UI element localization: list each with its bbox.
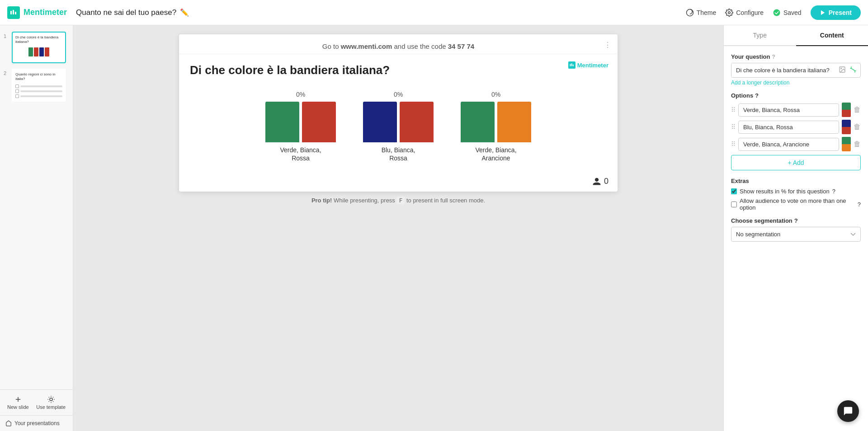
menti-logo-icon — [568, 61, 576, 69]
right-panel-tabs: Type Content — [724, 25, 868, 46]
configure-label: Configure — [736, 9, 764, 16]
question-input-row — [731, 63, 861, 78]
audience-count: 0 — [592, 177, 609, 186]
slide-thumb-bars-1 — [15, 47, 62, 56]
theme-label: Theme — [697, 9, 717, 16]
chart-bars-1 — [265, 102, 336, 142]
slide-menti-logo: Mentimeter — [568, 61, 609, 69]
svg-marker-5 — [821, 10, 825, 15]
allow-vote-help-icon[interactable]: ? — [858, 201, 861, 208]
presentation-title[interactable]: Quanto ne sai del tuo paese? — [76, 8, 176, 17]
edit-title-icon[interactable]: ✏️ — [180, 8, 189, 17]
main-layout: 1 Di che colore è la bandiera italiana? … — [0, 25, 868, 431]
option-drag-2[interactable]: ⠿ — [731, 123, 736, 131]
new-slide-label: New slide — [7, 404, 29, 410]
left-sidebar: 1 Di che colore è la bandiera italiana? … — [0, 25, 73, 431]
question-crop-button[interactable] — [849, 65, 858, 75]
options-list: ⠿ 🗑 ⠿ 🗑 — [731, 103, 861, 151]
option-input-1[interactable] — [738, 103, 839, 117]
add-description-link[interactable]: Add a longer description — [731, 80, 861, 86]
tab-content[interactable]: Content — [796, 25, 868, 46]
protip-prefix: Pro tip! — [311, 197, 332, 204]
svg-rect-2 — [15, 12, 16, 14]
option-color-swatch-3[interactable] — [842, 137, 851, 151]
question-image-button[interactable] — [838, 65, 847, 75]
options-help-icon[interactable]: ? — [755, 92, 759, 99]
slide-footer: 0 — [179, 171, 618, 192]
menti-url: www.menti.com — [341, 42, 392, 50]
option-drag-3[interactable]: ⠿ — [731, 141, 736, 148]
topnav: Mentimeter Quanto ne sai del tuo paese? … — [0, 0, 868, 25]
chart-label-1: Verde, Bianca,Rossa — [280, 146, 321, 162]
chart-pct-1: 0% — [296, 91, 305, 98]
slide-thumb-2[interactable]: Quanto regioni ci sono in Italia? — [12, 69, 66, 102]
slide-number-2: 2 — [4, 70, 9, 76]
chart-bars-2 — [363, 102, 434, 142]
slide-question: Di che colore è la bandiera italiana? — [179, 54, 618, 77]
option-delete-3[interactable]: 🗑 — [854, 140, 861, 148]
segmentation-select[interactable]: No segmentation — [731, 227, 861, 242]
svg-point-4 — [773, 9, 780, 16]
protip-text: While presenting, press — [334, 197, 395, 204]
chart-group-2: 0% Blu, Bianca,Rossa — [363, 91, 434, 162]
segmentation-title: Choose segmentation ? — [731, 217, 861, 224]
chart-bar — [363, 102, 397, 142]
menti-logo-text: Mentimeter — [577, 62, 609, 69]
new-slide-button[interactable]: New slide — [4, 394, 33, 412]
show-results-checkbox[interactable] — [731, 188, 737, 194]
svg-rect-0 — [10, 11, 12, 14]
chart-label-3: Verde, Bianca,Arancione — [475, 146, 516, 162]
svg-point-8 — [50, 398, 52, 401]
show-results-label: Show results in % for this question — [740, 188, 830, 195]
option-color-swatch-2[interactable] — [842, 120, 851, 134]
chart-group-3: 0% Verde, Bianca,Arancione — [461, 91, 531, 162]
slide-frame: Go to www.menti.com and use the code 34 … — [179, 34, 618, 192]
right-panel-body: Your question ? Add a longer description… — [724, 46, 868, 431]
configure-button[interactable]: Configure — [725, 9, 764, 17]
segmentation-help-icon[interactable]: ? — [794, 217, 798, 224]
logo-icon — [7, 6, 20, 19]
option-input-2[interactable] — [738, 121, 839, 134]
slide-item-1[interactable]: 1 Di che colore è la bandiera italiana? — [0, 29, 73, 66]
option-delete-1[interactable]: 🗑 — [854, 106, 861, 114]
logo[interactable]: Mentimeter — [7, 6, 67, 19]
your-presentations-link[interactable]: Your presentations — [5, 420, 67, 426]
join-code: 34 57 74 — [448, 42, 474, 50]
present-button[interactable]: Present — [811, 5, 861, 20]
topnav-actions: Theme Configure Saved Present — [686, 5, 861, 20]
option-drag-1[interactable]: ⠿ — [731, 106, 736, 113]
slide-list: 1 Di che colore è la bandiera italiana? … — [0, 25, 73, 389]
option-color-swatch-1[interactable] — [842, 103, 851, 117]
question-help-icon[interactable]: ? — [772, 54, 775, 60]
option-input-3[interactable] — [738, 138, 839, 151]
chart-group-1: 0% Verde, Bianca,Rossa — [265, 91, 336, 162]
use-template-button[interactable]: Use template — [33, 394, 69, 412]
show-results-help-icon[interactable]: ? — [832, 188, 835, 195]
slide-thumb-1[interactable]: Di che colore è la bandiera italiana? — [12, 32, 66, 63]
chart-bar — [265, 102, 299, 142]
tab-type[interactable]: Type — [724, 25, 796, 46]
svg-point-3 — [728, 11, 731, 14]
thumb-bar — [45, 47, 49, 56]
chart-area: 0% Verde, Bianca,Rossa 0% Blu, Bianca,Ro… — [179, 77, 618, 171]
slide-menu-icon[interactable]: ⋮ — [604, 41, 611, 49]
question-input-icons — [835, 65, 860, 75]
allow-vote-checkbox[interactable] — [731, 201, 737, 207]
saved-label: Saved — [783, 9, 802, 16]
add-option-button[interactable]: + Add — [731, 155, 861, 170]
svg-rect-9 — [570, 64, 571, 66]
chat-bubble[interactable] — [837, 400, 859, 422]
options-section-title: Options ? — [731, 92, 861, 99]
theme-button[interactable]: Theme — [686, 9, 717, 17]
slide-item-2[interactable]: 2 Quanto regioni ci sono in Italia? — [0, 66, 73, 104]
protip-key: F — [396, 197, 405, 204]
chart-pct-2: 0% — [394, 91, 403, 98]
extras-title: Extras — [731, 178, 861, 184]
slide-thumb-title-1: Di che colore è la bandiera italiana? — [15, 35, 62, 44]
chart-bar — [400, 102, 434, 142]
option-delete-2[interactable]: 🗑 — [854, 123, 861, 131]
your-presentations-label: Your presentations — [14, 420, 60, 426]
svg-rect-11 — [573, 65, 574, 66]
thumb-bar — [28, 47, 33, 56]
question-input[interactable] — [731, 63, 835, 77]
